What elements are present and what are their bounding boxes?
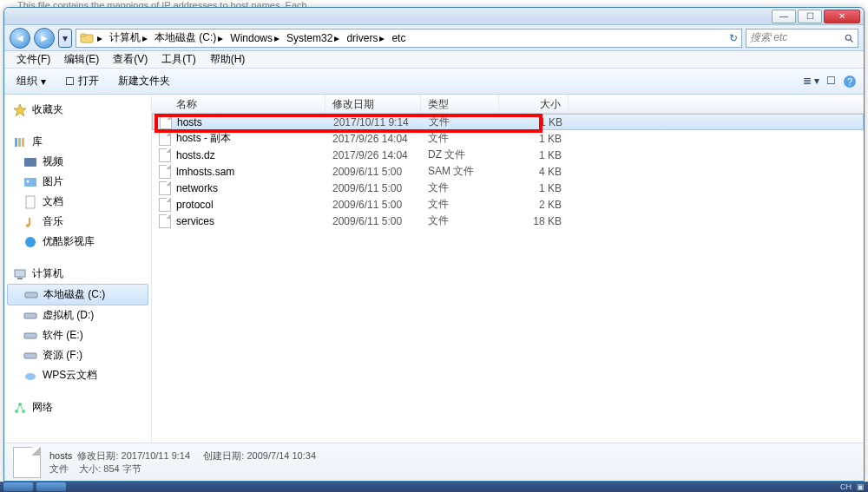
file-type: 文件 [421, 131, 499, 146]
computer-icon [13, 267, 27, 281]
sidebar: 收藏夹 库 视频 图片 文档 音乐 优酷影视库 计算机 本地磁盘 (C:) 虚拟… [4, 95, 152, 443]
sidebar-item-video[interactable]: 视频 [4, 152, 151, 172]
menu-view[interactable]: 查看(V) [106, 50, 155, 69]
file-row[interactable]: lmhosts.sam2009/6/11 5:00SAM 文件4 KB [152, 163, 864, 180]
address-bar: ◄ ► ▾ ▸ 计算机 ▸ 本地磁盘 (C:) ▸ Windows ▸ Syst… [4, 25, 864, 51]
preview-pane-button[interactable]: ☐ [826, 75, 836, 89]
sidebar-item-drive-f[interactable]: 资源 (F:) [4, 345, 151, 365]
file-pane: 名称 修改日期 类型 大小 hosts2017/10/11 9:14文件1 KB… [152, 95, 864, 443]
file-date: 2017/9/26 14:04 [326, 149, 421, 161]
sidebar-network[interactable]: 网络 [4, 397, 151, 417]
file-date: 2017/10/11 9:14 [326, 116, 422, 128]
sidebar-computer[interactable]: 计算机 [4, 264, 151, 284]
file-name: lmhosts.sam [176, 166, 234, 178]
file-size: 1 KB [499, 182, 569, 194]
file-icon [159, 165, 171, 179]
menu-help[interactable]: 帮助(H) [203, 50, 253, 69]
document-icon [23, 195, 37, 209]
menu-edit[interactable]: 编辑(E) [57, 50, 106, 69]
network-icon [13, 401, 27, 415]
taskbar[interactable]: CH▣ [0, 482, 868, 492]
search-icon [844, 33, 854, 43]
file-date: 2009/6/11 5:00 [326, 199, 421, 211]
picture-icon [23, 175, 37, 189]
crumb-windows[interactable]: Windows ▸ [227, 32, 283, 44]
file-list[interactable]: hosts2017/10/11 9:14文件1 KBhosts - 副本2017… [152, 114, 864, 443]
svg-text:?: ? [847, 76, 852, 87]
file-name: protocol [176, 199, 214, 211]
music-icon [23, 215, 37, 229]
close-button[interactable]: ✕ [824, 10, 860, 23]
file-name: hosts.dz [176, 149, 215, 161]
file-type: 文件 [422, 115, 500, 129]
nav-forward-button[interactable]: ► [34, 28, 55, 49]
newfolder-button[interactable]: 新建文件夹 [113, 71, 175, 91]
drive-icon [23, 329, 37, 343]
svg-rect-7 [15, 138, 17, 147]
maximize-button[interactable]: ☐ [798, 10, 822, 23]
col-type[interactable]: 类型 [421, 95, 499, 113]
sidebar-item-youku[interactable]: 优酷影视库 [4, 232, 151, 252]
crumb-etc[interactable]: etc [388, 32, 409, 44]
svg-rect-1 [81, 34, 86, 36]
taskbar-item[interactable] [3, 482, 33, 491]
crumb-computer[interactable]: 计算机 ▸ [106, 30, 151, 45]
sidebar-item-music[interactable]: 音乐 [4, 212, 151, 232]
file-size: 18 KB [499, 215, 569, 227]
sidebar-libraries[interactable]: 库 [4, 132, 151, 152]
file-row[interactable]: hosts - 副本2017/9/26 14:04文件1 KB [152, 130, 864, 147]
open-button[interactable]: ☐ 打开 [60, 71, 104, 91]
file-type: 文件 [421, 213, 499, 228]
svg-rect-17 [15, 270, 25, 277]
sidebar-item-drive-c[interactable]: 本地磁盘 (C:) [7, 284, 148, 305]
file-size: 1 KB [500, 116, 569, 128]
crumb-system32[interactable]: System32 ▸ [283, 32, 343, 44]
breadcrumb[interactable]: ▸ 计算机 ▸ 本地磁盘 (C:) ▸ Windows ▸ System32 ▸… [76, 29, 742, 48]
file-name: hosts [177, 116, 202, 128]
col-name[interactable]: 名称 [152, 95, 326, 113]
sidebar-item-drive-e[interactable]: 软件 (E:) [4, 325, 151, 345]
file-type: 文件 [421, 180, 499, 195]
svg-rect-8 [18, 138, 21, 147]
col-size[interactable]: 大小 [499, 95, 569, 113]
file-row[interactable]: hosts2017/10/11 9:14文件1 KB [152, 114, 864, 130]
file-row[interactable]: hosts.dz2017/9/26 14:04DZ 文件1 KB [152, 147, 864, 163]
file-row[interactable]: services2009/6/11 5:00文件18 KB [152, 213, 864, 229]
col-date[interactable]: 修改日期 [326, 95, 421, 113]
file-type: SAM 文件 [421, 164, 499, 179]
crumb-drivers[interactable]: drivers ▸ [343, 32, 388, 44]
file-size: 4 KB [499, 166, 569, 178]
file-icon [159, 214, 171, 228]
titlebar: — ☐ ✕ [4, 8, 864, 25]
file-icon [160, 115, 172, 129]
search-input[interactable]: 搜索 etc [746, 29, 858, 48]
nav-history-button[interactable]: ▾ [58, 29, 72, 48]
sidebar-item-documents[interactable]: 文档 [4, 192, 151, 212]
refresh-icon[interactable]: ↻ [729, 32, 738, 44]
svg-point-23 [25, 373, 36, 380]
menu-tools[interactable]: 工具(T) [155, 50, 202, 69]
star-icon [13, 103, 27, 117]
menu-file[interactable]: 文件(F) [10, 50, 57, 69]
crumb-c[interactable]: 本地磁盘 (C:) ▸ [151, 30, 227, 45]
details-pane: hosts 修改日期: 2017/10/11 9:14 创建日期: 2009/7… [4, 443, 864, 481]
file-icon [159, 181, 171, 195]
svg-rect-21 [24, 333, 36, 338]
svg-marker-6 [14, 104, 26, 116]
system-tray[interactable]: CH▣ [840, 482, 865, 491]
organize-button[interactable]: 组织 ▾ [11, 71, 51, 91]
minimize-button[interactable]: — [772, 10, 796, 23]
svg-rect-15 [29, 218, 30, 226]
sidebar-item-wps[interactable]: WPS云文档 [4, 365, 151, 385]
file-row[interactable]: protocol2009/6/11 5:00文件2 KB [152, 196, 864, 213]
sidebar-favorites[interactable]: 收藏夹 [4, 100, 151, 120]
view-mode-button[interactable]: ≣ ▾ [803, 75, 819, 89]
help-icon[interactable]: ? [843, 75, 857, 89]
svg-point-12 [27, 180, 30, 182]
file-row[interactable]: networks2009/6/11 5:00文件1 KB [152, 180, 864, 196]
sidebar-item-pictures[interactable]: 图片 [4, 172, 151, 192]
sidebar-item-drive-d[interactable]: 虚拟机 (D:) [4, 305, 151, 325]
taskbar-item[interactable] [36, 482, 66, 491]
nav-back-button[interactable]: ◄ [10, 28, 30, 49]
video-icon [23, 155, 37, 169]
